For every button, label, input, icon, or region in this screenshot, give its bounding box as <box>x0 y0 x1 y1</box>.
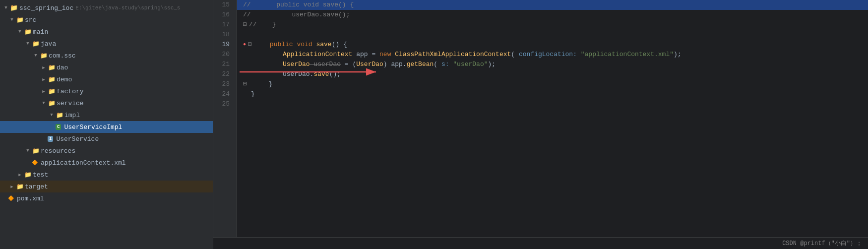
code-line-20: ApplicationContext app = new ClassPathXm… <box>243 50 862 60</box>
comment-15: public void save() { <box>261 0 354 10</box>
sidebar-label-src: src <box>25 16 36 24</box>
code-line-18 <box>243 30 862 40</box>
method-save-22: save <box>313 69 329 79</box>
chevron-impl-icon: ▼ <box>48 111 56 119</box>
line-num-18: 18 <box>213 30 233 40</box>
folder-factory-icon: 📁 <box>48 87 56 95</box>
string-userdao: "userDao" <box>453 60 488 69</box>
sidebar-item-user-service-impl[interactable]: C UserServiceImpl <box>0 121 213 133</box>
sidebar-item-factory[interactable]: ▶ 📁 factory <box>0 85 213 97</box>
cast-userdao: UserDao <box>356 60 383 69</box>
code-line-17: ⊟ // } <box>243 20 862 30</box>
xml-file-icon: 🔶 <box>32 160 38 166</box>
folder-service-icon: 📁 <box>48 99 56 107</box>
sidebar-item-com-ssc[interactable]: ▼ 📁 com.ssc <box>0 50 213 62</box>
line-num-19: 19 <box>213 40 233 50</box>
sidebar-item-java[interactable]: ▼ 📁 java <box>0 38 213 50</box>
sidebar-label-target: target <box>25 183 48 190</box>
interface-badge-icon: I <box>48 136 53 142</box>
sidebar-label-demo: demo <box>57 76 72 83</box>
sidebar-item-demo[interactable]: ▶ 📁 demo <box>0 73 213 85</box>
chevron-test-icon: ▶ <box>16 171 24 179</box>
sidebar-item-app-context-xml[interactable]: 🔶 applicationContext.xml <box>0 157 213 169</box>
sidebar-item-root[interactable]: ▼ 📁 ssc_spring_ioc E:\gitee\java-study\s… <box>0 2 213 14</box>
keyword-public-19: public <box>270 40 297 50</box>
folder-dao-icon: 📁 <box>48 63 56 71</box>
folder-impl-icon: 📁 <box>56 111 63 119</box>
class-classpathxml: ClassPathXmlApplicationContext <box>395 50 511 60</box>
line-numbers: 15 16 17 18 19 20 21 22 23 24 25 <box>213 0 237 237</box>
sidebar-label-resources: resources <box>41 147 75 155</box>
sidebar-label-service: service <box>57 100 84 107</box>
sidebar-label-impl: impl <box>64 112 80 119</box>
chevron-main-icon: ▼ <box>16 28 24 36</box>
folder-resources-icon: 📁 <box>32 147 40 155</box>
sidebar-label-com-ssc: com.ssc <box>49 52 76 60</box>
sidebar-item-impl[interactable]: ▼ 📁 impl <box>0 109 213 121</box>
sidebar-item-service[interactable]: ▼ 📁 service <box>0 97 213 109</box>
folder-main-icon: 📁 <box>24 28 32 36</box>
cast-open: ( <box>352 60 356 69</box>
folder-target-icon: 📁 <box>16 183 24 190</box>
file-tree-sidebar: ▼ 📁 ssc_spring_ioc E:\gitee\java-study\s… <box>0 0 213 249</box>
sidebar-item-path-root: E:\gitee\java-study\spring\ssc_s <box>75 5 180 11</box>
chevron-com-ssc-icon: ▼ <box>32 52 40 60</box>
code-line-19: ● ⊟ public void save () { <box>243 40 862 50</box>
sidebar-item-user-service[interactable]: I UserService <box>0 133 213 145</box>
getbean-paren: ( <box>434 60 441 69</box>
code-line-24: } <box>243 89 862 99</box>
op-eq: = <box>372 50 379 60</box>
kw-new: new <box>379 50 395 60</box>
line-num-20: 20 <box>213 50 233 60</box>
sidebar-item-dao[interactable]: ▶ 📁 dao <box>0 62 213 73</box>
line-num-16: 16 <box>213 10 233 20</box>
line-num-24: 24 <box>213 89 233 99</box>
userdao-ref: userDao. <box>283 69 313 79</box>
sidebar-label-dao: dao <box>57 64 68 71</box>
strikethrough-userdao: userDao <box>310 60 341 69</box>
sidebar-item-src[interactable]: ▼ 📁 src <box>0 14 213 26</box>
close-brace-23: } <box>269 79 273 89</box>
chevron-resources-icon: ▼ <box>24 147 32 155</box>
line-num-21: 21 <box>213 60 233 69</box>
param-config: configLocation: <box>519 50 581 60</box>
line-num-22: 22 <box>213 69 233 79</box>
line-num-15: 15 <box>213 0 233 10</box>
status-bar: CSDN @printf（"小白"）； <box>213 237 868 249</box>
folder-demo-icon: 📁 <box>48 75 56 83</box>
line-num-25: 25 <box>213 99 233 109</box>
cast-close: ) app. <box>383 60 407 69</box>
sidebar-label-java: java <box>41 40 56 48</box>
code-line-22: userDao. save (); <box>243 69 862 79</box>
bracket-19: () { <box>332 40 347 50</box>
class-userdao-type: UserDao <box>283 60 310 69</box>
string-appcontext: "applicationContext.xml" <box>581 50 674 60</box>
line-num-23: 23 <box>213 79 233 89</box>
close-brace-24: } <box>251 89 255 99</box>
sidebar-item-label-root: ssc_spring_ioc <box>19 4 73 12</box>
sidebar-item-resources[interactable]: ▼ 📁 resources <box>0 145 213 157</box>
sidebar-label-main: main <box>33 28 48 36</box>
class-appcontext: ApplicationContext <box>283 50 352 60</box>
sidebar-item-main[interactable]: ▼ 📁 main <box>0 26 213 38</box>
folder-com-ssc-icon: 📁 <box>40 52 48 60</box>
sidebar-label-factory: factory <box>57 88 84 95</box>
chevron-src-icon: ▼ <box>8 16 16 24</box>
code-line-25 <box>243 99 862 109</box>
keyword-void-19: void <box>297 40 316 50</box>
code-line-15: // public void save() { <box>243 0 862 10</box>
class-badge-icon: C <box>56 124 61 130</box>
method-save-19: save <box>316 40 331 50</box>
sidebar-label-user-service-impl: UserServiceImpl <box>64 124 122 131</box>
code-line-23: ⊟ } <box>243 79 862 89</box>
chevron-service-icon: ▼ <box>40 99 48 107</box>
sidebar-item-test[interactable]: ▶ 📁 test <box>0 169 213 181</box>
run-gutter-icon: ● <box>243 40 246 50</box>
sidebar-item-pom-xml[interactable]: 🔶 pom.xml <box>0 192 213 204</box>
comment-16: userDao.save(); <box>261 10 350 20</box>
sidebar-item-target[interactable]: ▶ 📁 target <box>0 181 213 192</box>
sidebar-label-user-service: UserService <box>56 135 99 143</box>
code-editor: 15 16 17 18 19 20 21 22 23 24 25 <box>213 0 868 249</box>
code-content[interactable]: // public void save() { // userDao.save(… <box>237 0 868 237</box>
paren-close: ); <box>674 50 682 60</box>
